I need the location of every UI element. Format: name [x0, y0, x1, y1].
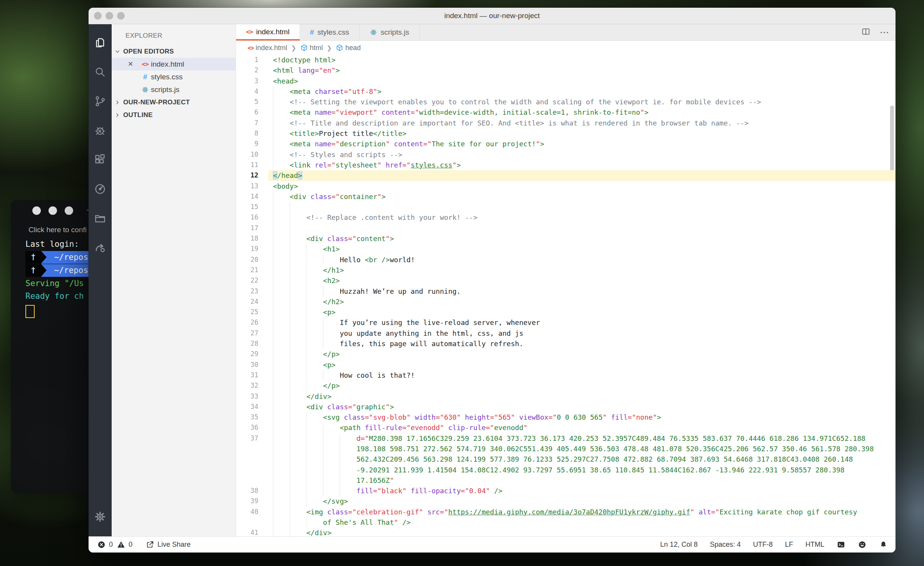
- status-smiley-button[interactable]: [858, 540, 867, 549]
- breadcrumb-item-head[interactable]: head: [336, 44, 361, 52]
- code-line[interactable]: 4 <meta charset="utf-8">: [236, 86, 896, 97]
- code-line[interactable]: 9 <meta name="description" content="The …: [236, 139, 896, 149]
- code-line[interactable]: 18 <div class="content">: [236, 233, 896, 244]
- code-line[interactable]: 28 files, this page will automatically r…: [236, 338, 896, 349]
- sidebar-section-open-editors[interactable]: OPEN EDITORS: [112, 45, 236, 58]
- status-utf-8[interactable]: UTF-8: [753, 541, 773, 549]
- files-icon[interactable]: [89, 28, 112, 57]
- code-editor[interactable]: 1<!doctype html>2<html lang="en">3<head>…: [236, 55, 896, 537]
- code-line[interactable]: of She's All That" />: [236, 517, 896, 527]
- settings-gear-icon[interactable]: [89, 502, 112, 531]
- code-line[interactable]: 14 <div class="container">: [236, 191, 896, 202]
- status-0[interactable]: 0: [117, 540, 132, 549]
- code-line[interactable]: 34 <div class="graphic">: [236, 402, 896, 412]
- code-line[interactable]: 8 <title>Project title</title>: [236, 128, 896, 139]
- extensions-icon[interactable]: [89, 145, 112, 174]
- code-line[interactable]: 26 If you’re using the live-reload serve…: [236, 317, 896, 328]
- sidebar-section-outline[interactable]: OUTLINE: [112, 109, 236, 121]
- source-control-icon[interactable]: [89, 87, 112, 116]
- debug-icon[interactable]: [89, 116, 112, 145]
- code-line[interactable]: 13<body>: [236, 181, 896, 191]
- more-actions-button[interactable]: ⋯: [880, 24, 889, 40]
- code-line[interactable]: 21 </h1>: [236, 265, 896, 275]
- code-line[interactable]: 17.1656Z": [236, 475, 896, 486]
- close-icon[interactable]: ✕: [128, 60, 139, 68]
- code-line[interactable]: 24 </h2>: [236, 296, 896, 307]
- live-server-icon[interactable]: [89, 174, 112, 204]
- window-titlebar[interactable]: index.html — our-new-project: [89, 8, 896, 24]
- terminal-close-button[interactable]: [32, 206, 41, 215]
- code-line[interactable]: 30 <p>: [236, 360, 896, 370]
- code-line-text: -9.20291 211.939 1.41504 154.08C12.4902 …: [268, 465, 896, 475]
- code-line[interactable]: 10 <!-- Styles and scripts -->: [236, 149, 896, 160]
- terminal-zoom-button[interactable]: [65, 206, 73, 215]
- breadcrumb[interactable]: <>index.html❯html❯head: [236, 41, 896, 55]
- code-line[interactable]: 41 </div>: [236, 527, 896, 537]
- code-line[interactable]: 19 <h1>: [236, 244, 896, 254]
- code-line-text: <p>: [268, 307, 896, 317]
- code-line[interactable]: 15: [236, 202, 896, 212]
- live-share-icon[interactable]: [89, 233, 112, 262]
- code-line[interactable]: 2<html lang="en">: [236, 65, 896, 75]
- code-line[interactable]: 31 How cool is that?!: [236, 370, 896, 380]
- code-line[interactable]: 16 <!-- Replace .content with your work!…: [236, 212, 896, 223]
- project-folder-icon[interactable]: [89, 204, 112, 233]
- code-line[interactable]: 562.432C209.456 563.298 124.199 577.389 …: [236, 454, 896, 464]
- indent-guide: [290, 475, 290, 486]
- code-line[interactable]: 27 you update anything in the html, css,…: [236, 328, 896, 338]
- code-line[interactable]: 5 <!-- Setting the viewport enables you …: [236, 97, 896, 107]
- code-line[interactable]: 17: [236, 223, 896, 233]
- code-line[interactable]: 11 <link rel="stylesheet" href="styles.c…: [236, 160, 896, 170]
- code-line[interactable]: 6 <meta name="viewport" content="width=d…: [236, 107, 896, 117]
- code-line[interactable]: 33 </div>: [236, 391, 896, 402]
- code-line[interactable]: 22 <h2>: [236, 275, 896, 286]
- sidebar-section-our-new-project[interactable]: OUR-NEW-PROJECT: [112, 96, 236, 109]
- code-line[interactable]: 1<!doctype html>: [236, 55, 896, 65]
- css-file-icon: #: [310, 28, 314, 37]
- status-ln-12-col-8[interactable]: Ln 12, Col 8: [660, 541, 698, 549]
- indent-guide: [273, 223, 273, 233]
- code-line[interactable]: 7 <!-- Title and description are importa…: [236, 118, 896, 128]
- breadcrumb-item-index.html[interactable]: <>index.html: [248, 44, 287, 52]
- open-editor-item-styles.css[interactable]: ✕#styles.css: [112, 70, 236, 83]
- open-editor-item-index.html[interactable]: ✕<>index.html: [112, 58, 236, 70]
- code-line[interactable]: 38 fill="black" fill-opacity="0.04" />: [236, 486, 896, 496]
- line-number: 25: [236, 307, 268, 317]
- prompt-glyph-segment: †: [25, 264, 41, 277]
- status-html[interactable]: HTML: [805, 541, 824, 549]
- code-line[interactable]: 37 d="M280.398 17.1656C329.259 23.6104 3…: [236, 433, 896, 444]
- status-spaces-4[interactable]: Spaces: 4: [710, 541, 741, 549]
- search-icon[interactable]: [89, 57, 112, 87]
- code-line[interactable]: 32 </p>: [236, 380, 896, 391]
- indent-guide: [340, 454, 340, 464]
- indent-guide: [306, 486, 306, 496]
- code-line[interactable]: 36 <path fill-rule="evenodd" clip-rule="…: [236, 422, 896, 433]
- breadcrumb-item-html[interactable]: html: [300, 44, 323, 52]
- split-editor-button[interactable]: [861, 27, 870, 38]
- code-line[interactable]: -9.20291 211.939 1.41504 154.08C12.4902 …: [236, 465, 896, 475]
- tab-index.html[interactable]: <>index.html: [236, 24, 300, 40]
- tab-styles.css[interactable]: #styles.css: [300, 24, 360, 40]
- status-prompt-button[interactable]: [837, 540, 845, 549]
- code-line[interactable]: 29 </p>: [236, 349, 896, 359]
- open-editor-item-scripts.js[interactable]: ✕scripts.js: [112, 83, 236, 96]
- code-line[interactable]: 23 Huzzah! We’re up and running.: [236, 286, 896, 296]
- code-line-text: files, this page will automatically refr…: [268, 338, 896, 349]
- indent-guide: [290, 338, 290, 349]
- code-line-current[interactable]: 12</head>: [236, 170, 896, 181]
- code-line[interactable]: 40 <img class="celebration-gif" src="htt…: [236, 507, 896, 517]
- code-line[interactable]: 20 Hello <br />world!: [236, 255, 896, 265]
- terminal-minimize-button[interactable]: [49, 206, 57, 215]
- terminal-traffic-lights[interactable]: [32, 206, 73, 215]
- status-live-share[interactable]: Live Share: [146, 540, 191, 549]
- code-line[interactable]: 35 <svg class="svg-blob" width="630" hei…: [236, 412, 896, 422]
- code-line[interactable]: 39 </svg>: [236, 496, 896, 506]
- line-number: 1: [236, 55, 268, 65]
- status-0[interactable]: 0: [97, 540, 113, 549]
- code-line[interactable]: 25 <p>: [236, 307, 896, 317]
- tab-scripts.js[interactable]: scripts.js: [360, 24, 420, 40]
- status-bell-button[interactable]: [879, 540, 888, 549]
- code-line[interactable]: 3<head>: [236, 76, 896, 86]
- code-line[interactable]: 198.108 598.751 272.562 574.719 340.062C…: [236, 444, 896, 454]
- status-lf[interactable]: LF: [785, 541, 793, 549]
